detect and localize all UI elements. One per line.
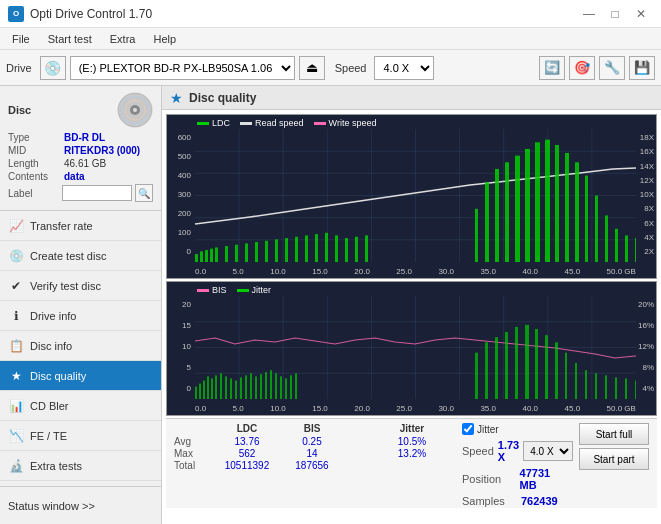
bx-10: 10.0	[270, 404, 286, 413]
x-0: 0.0	[195, 267, 206, 276]
menu-start-test[interactable]: Start test	[40, 31, 100, 47]
y-10: 10	[169, 342, 191, 351]
maximize-button[interactable]: □	[603, 5, 627, 23]
disc-label-row: Label 🔍	[8, 184, 153, 202]
speed-select[interactable]: 4.0 X	[374, 56, 434, 80]
speed-label-text: Speed	[462, 445, 494, 457]
eject-button[interactable]: ⏏	[299, 56, 325, 80]
svg-rect-54	[615, 229, 618, 262]
drive-select[interactable]: (E:) PLEXTOR BD-R PX-LB950SA 1.06	[70, 56, 295, 80]
label-input-wrap: 🔍	[62, 184, 153, 202]
nav-items: 📈 Transfer rate 💿 Create test disc ✔ Ver…	[0, 211, 161, 481]
speed-select-stats[interactable]: 4.0 X	[523, 441, 573, 461]
sidebar-item-disc-info[interactable]: 📋 Disc info	[0, 331, 161, 361]
sidebar-item-drive-info[interactable]: ℹ Drive info	[0, 301, 161, 331]
read-speed-legend-dot	[240, 122, 252, 125]
disc-svg	[117, 92, 153, 128]
disc-header: Disc	[8, 92, 153, 128]
svg-rect-82	[240, 377, 242, 399]
bis-legend-dot	[197, 289, 209, 292]
svg-rect-43	[505, 162, 509, 262]
chart-top-svg	[195, 129, 636, 262]
sidebar-item-verify-test-disc[interactable]: ✔ Verify test disc	[0, 271, 161, 301]
y-label-400: 400	[169, 171, 191, 180]
svg-rect-26	[235, 245, 238, 262]
drive-icon-button[interactable]: 💿	[40, 56, 66, 80]
create-disc-icon: 💿	[8, 248, 24, 264]
titlebar-controls: — □ ✕	[577, 5, 653, 23]
chart-bottom-x-labels: 0.0 5.0 10.0 15.0 20.0 25.0 30.0 35.0 40…	[195, 404, 636, 413]
total-jitter	[372, 460, 452, 471]
svg-rect-72	[195, 387, 197, 399]
x-40: 40.0	[522, 267, 538, 276]
disc-info-label: Disc info	[30, 340, 72, 352]
status-window-button[interactable]: Status window >>	[8, 500, 95, 512]
svg-rect-80	[230, 378, 232, 399]
write-speed-legend-label: Write speed	[329, 118, 377, 128]
app-title: Opti Drive Control 1.70	[30, 7, 152, 21]
svg-rect-81	[235, 380, 237, 399]
toolbar-btn-4[interactable]: 💾	[629, 56, 655, 80]
col-header-bis: BIS	[282, 423, 342, 434]
speed-info-row: Speed 1.73 X 4.0 X	[462, 439, 569, 463]
toolbar-btn-3[interactable]: 🔧	[599, 56, 625, 80]
y-0b: 0	[169, 384, 191, 393]
disc-mid-row: MID RITEKDR3 (000)	[8, 145, 153, 156]
svg-rect-98	[515, 327, 518, 399]
sidebar-item-create-test-disc[interactable]: 💿 Create test disc	[0, 241, 161, 271]
bx-45: 45.0	[565, 404, 581, 413]
menu-extra[interactable]: Extra	[102, 31, 144, 47]
jitter-checkbox[interactable]	[462, 423, 474, 435]
svg-rect-27	[245, 243, 248, 262]
svg-rect-93	[295, 373, 297, 399]
sidebar-item-extra-tests[interactable]: 🔬 Extra tests	[0, 451, 161, 481]
minimize-button[interactable]: —	[577, 5, 601, 23]
x-30: 30.0	[438, 267, 454, 276]
legend-read-speed: Read speed	[240, 118, 304, 128]
disc-contents-row: Contents data	[8, 171, 153, 182]
stats-table: LDC BIS Jitter Avg 13.76 0.25 10.5%	[174, 423, 452, 472]
svg-rect-53	[605, 215, 608, 262]
middle-stats: Jitter Speed 1.73 X 4.0 X Position 47731…	[462, 423, 569, 507]
start-full-button[interactable]: Start full	[579, 423, 649, 445]
bx-30: 30.0	[438, 404, 454, 413]
toolbar-btn-2[interactable]: 🎯	[569, 56, 595, 80]
toolbar-btn-1[interactable]: 🔄	[539, 56, 565, 80]
legend-write-speed: Write speed	[314, 118, 377, 128]
position-row: Position 47731 MB	[462, 467, 569, 491]
svg-rect-47	[545, 140, 550, 262]
svg-rect-97	[505, 332, 508, 399]
disc-label-label: Label	[8, 188, 58, 199]
svg-rect-105	[585, 370, 587, 399]
bis-legend-label: BIS	[212, 285, 227, 295]
x-25: 25.0	[396, 267, 412, 276]
disc-panel: Disc Type BD-R DL MID	[0, 86, 161, 211]
svg-rect-94	[475, 353, 478, 399]
svg-rect-86	[260, 374, 262, 399]
svg-rect-55	[625, 235, 628, 262]
svg-rect-91	[285, 378, 287, 399]
svg-rect-74	[203, 380, 205, 399]
sidebar-item-cd-bler[interactable]: 📊 CD Bler	[0, 391, 161, 421]
titlebar-left: O Opti Drive Control 1.70	[8, 6, 152, 22]
content-title: Disc quality	[189, 91, 256, 105]
sidebar-item-disc-quality[interactable]: ★ Disc quality	[0, 361, 161, 391]
bx-15: 15.0	[312, 404, 328, 413]
menu-file[interactable]: File	[4, 31, 38, 47]
svg-rect-23	[210, 249, 213, 262]
label-input[interactable]	[62, 185, 132, 201]
menu-help[interactable]: Help	[145, 31, 184, 47]
close-button[interactable]: ✕	[629, 5, 653, 23]
transfer-rate-icon: 📈	[8, 218, 24, 234]
svg-rect-99	[525, 325, 529, 399]
sidebar-item-fe-te[interactable]: 📉 FE / TE	[0, 421, 161, 451]
samples-row: Samples 762439	[462, 495, 569, 507]
sidebar-item-transfer-rate[interactable]: 📈 Transfer rate	[0, 211, 161, 241]
verify-disc-icon: ✔	[8, 278, 24, 294]
label-browse-button[interactable]: 🔍	[135, 184, 153, 202]
start-part-button[interactable]: Start part	[579, 448, 649, 470]
svg-rect-51	[585, 176, 588, 262]
chart-top-y-labels-left: 600 500 400 300 200 100 0	[169, 129, 191, 260]
drive-info-icon: ℹ	[8, 308, 24, 324]
x-45: 45.0	[565, 267, 581, 276]
